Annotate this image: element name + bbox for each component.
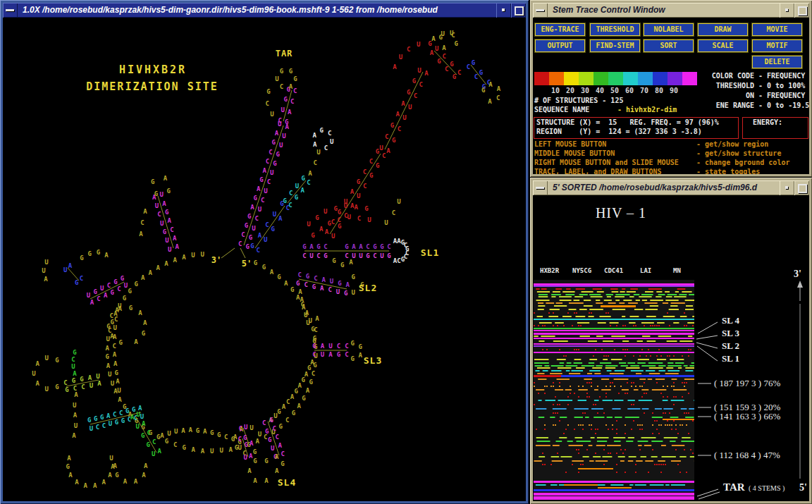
mouse-help-value-3: - state toggles bbox=[696, 168, 760, 174]
svg-text:A: A bbox=[192, 446, 196, 453]
svg-text:G: G bbox=[283, 197, 286, 204]
button-scale[interactable]: SCALE bbox=[698, 39, 748, 52]
svg-text:C: C bbox=[363, 183, 367, 190]
dot-glyph bbox=[502, 8, 505, 11]
svg-text:C: C bbox=[314, 159, 317, 166]
svg-text:G: G bbox=[250, 242, 254, 250]
svg-text:G: G bbox=[271, 226, 274, 233]
control-window-titlebar[interactable]: Stem Trace Control Window bbox=[533, 3, 809, 18]
menu-dot-icon[interactable] bbox=[780, 180, 794, 195]
svg-text:G: G bbox=[243, 434, 247, 441]
svg-text:G: G bbox=[358, 343, 362, 350]
svg-text:A: A bbox=[275, 130, 279, 137]
svg-text:G: G bbox=[328, 220, 331, 227]
svg-text:U: U bbox=[155, 202, 159, 209]
svg-text:A: A bbox=[328, 351, 333, 358]
svg-text:U: U bbox=[109, 455, 113, 462]
svg-text:A: A bbox=[44, 276, 48, 283]
svg-text:A: A bbox=[488, 81, 493, 88]
stem-trace-plot[interactable]: HXB2RNY5CGCDC41LAIMNSL 4SL 3SL 2SL 1( 18… bbox=[533, 195, 809, 501]
button-movie[interactable]: MOVIE bbox=[752, 23, 802, 36]
minimize-icon[interactable] bbox=[3, 3, 18, 18]
rna-label-hivhxb2r: HIVHXB2R bbox=[119, 63, 187, 76]
svg-text:C: C bbox=[307, 179, 310, 186]
svg-text:A: A bbox=[88, 374, 92, 381]
svg-text:C: C bbox=[443, 53, 446, 60]
svg-text:G: G bbox=[290, 286, 294, 293]
rna-window-titlebar[interactable]: 1.0X /home/rosebud/kasprzak/hivs5-dim-ga… bbox=[3, 3, 526, 18]
svg-text:U: U bbox=[73, 402, 76, 409]
menu-dot-icon[interactable] bbox=[780, 3, 794, 18]
svg-text:C: C bbox=[97, 295, 100, 302]
colorbar-segment-6 bbox=[608, 72, 623, 85]
minimize-icon[interactable] bbox=[533, 180, 548, 195]
svg-text:U: U bbox=[399, 54, 402, 61]
svg-text:G: G bbox=[134, 281, 137, 288]
svg-text:A: A bbox=[229, 446, 233, 453]
colorbar-tick-60: 60 bbox=[623, 87, 636, 94]
button-find-stem[interactable]: FIND-STEM bbox=[590, 39, 640, 52]
rna-structure-drawing[interactable]: GGAGAGAGAUGGGUGCGAGAGCGUCAGUAUUAAGCGGGGG… bbox=[3, 18, 526, 501]
svg-text:A: A bbox=[321, 343, 325, 350]
svg-text:C: C bbox=[239, 425, 242, 432]
svg-text:U: U bbox=[270, 111, 273, 118]
button-eng-trace[interactable]: ENG-TRACE bbox=[535, 23, 585, 36]
button-threshold[interactable]: THRESHOLD bbox=[590, 23, 640, 36]
svg-text:G: G bbox=[249, 234, 252, 241]
svg-text:G: G bbox=[319, 127, 323, 134]
maximize-icon[interactable] bbox=[794, 3, 809, 18]
svg-text:G: G bbox=[373, 243, 376, 250]
svg-text:G: G bbox=[366, 252, 369, 259]
svg-text:A: A bbox=[35, 380, 39, 387]
button-sort[interactable]: SORT bbox=[644, 39, 694, 52]
svg-text:U: U bbox=[275, 75, 278, 82]
rna-window-title: 1.0X /home/rosebud/kasprzak/hivs5-dim-ga… bbox=[18, 3, 496, 18]
svg-text:C: C bbox=[373, 252, 376, 259]
menu-dot-icon[interactable] bbox=[496, 3, 511, 18]
button-delete[interactable]: DELETE bbox=[752, 56, 802, 68]
sorted-window-titlebar[interactable]: 5' SORTED /home/rosebud/kasprzak/hivs5-d… bbox=[533, 180, 809, 195]
svg-text:A: A bbox=[139, 231, 143, 238]
svg-text:A: A bbox=[355, 204, 359, 211]
svg-text:A: A bbox=[182, 254, 186, 261]
svg-text:U: U bbox=[100, 285, 104, 292]
button-output[interactable]: OUTPUT bbox=[535, 39, 585, 52]
svg-text:A: A bbox=[497, 85, 501, 92]
svg-text:G: G bbox=[312, 338, 316, 345]
minimize-glyph bbox=[536, 9, 544, 11]
svg-text:U: U bbox=[44, 386, 48, 393]
svg-text:A: A bbox=[288, 109, 292, 116]
svg-text:G: G bbox=[296, 280, 300, 287]
button-draw[interactable]: DRAW bbox=[698, 23, 748, 36]
svg-text:U: U bbox=[282, 133, 285, 140]
svg-text:U: U bbox=[273, 412, 277, 419]
button-nolabel[interactable]: NOLABEL bbox=[644, 23, 694, 36]
maximize-icon[interactable] bbox=[794, 180, 809, 195]
svg-text:A: A bbox=[306, 387, 310, 394]
minimize-icon[interactable] bbox=[533, 3, 548, 18]
svg-text:C: C bbox=[324, 243, 327, 250]
svg-text:C: C bbox=[337, 216, 340, 223]
maximize-icon[interactable] bbox=[511, 3, 526, 18]
svg-text:A: A bbox=[325, 228, 329, 235]
svg-text:A: A bbox=[106, 412, 111, 419]
svg-text:C: C bbox=[385, 133, 388, 140]
svg-text:U: U bbox=[384, 219, 388, 226]
svg-text:G: G bbox=[455, 40, 458, 47]
svg-text:A: A bbox=[249, 453, 253, 460]
svg-text:G: G bbox=[292, 410, 295, 417]
svg-text:C: C bbox=[312, 370, 315, 377]
svg-text:C: C bbox=[71, 356, 75, 363]
svg-text:U: U bbox=[281, 106, 284, 113]
svg-text:A: A bbox=[424, 70, 429, 77]
svg-text:C: C bbox=[312, 351, 316, 358]
svg-text:G: G bbox=[183, 444, 186, 451]
svg-text:G: G bbox=[285, 118, 288, 125]
svg-text:C: C bbox=[414, 92, 417, 99]
svg-text:U: U bbox=[250, 424, 253, 431]
svg-text:A: A bbox=[258, 232, 262, 239]
rna-label-sl1: SL1 bbox=[421, 247, 439, 258]
svg-text:U: U bbox=[273, 211, 276, 218]
svg-text:U: U bbox=[279, 142, 283, 149]
button-motif[interactable]: MOTIF bbox=[752, 39, 802, 52]
